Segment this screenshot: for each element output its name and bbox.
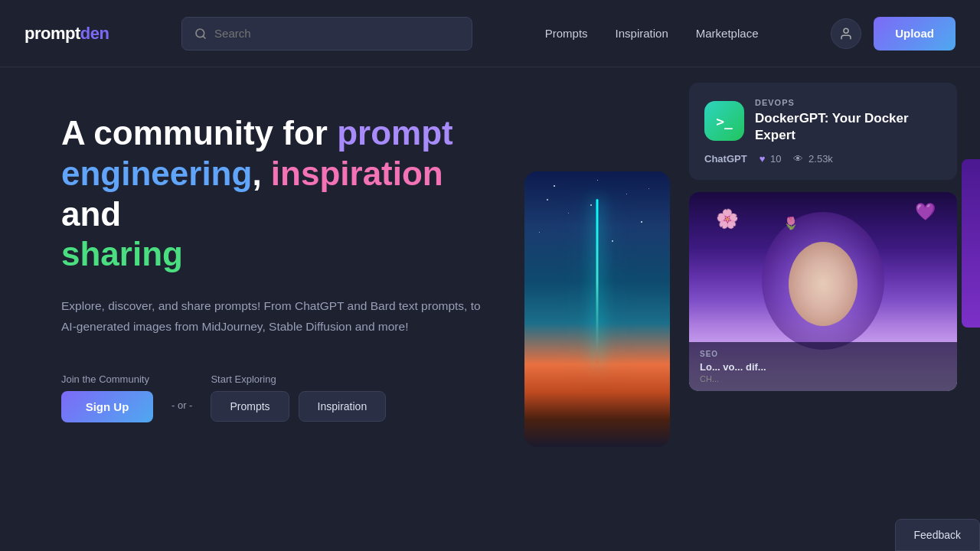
header-actions: Upload xyxy=(831,17,956,51)
cta-row: Join the Community Sign Up - or - Start … xyxy=(61,373,484,422)
card2-title: Lo... vo... dif... xyxy=(700,361,946,373)
card-likes: ♥ 10 xyxy=(760,153,782,165)
svg-line-1 xyxy=(203,36,205,38)
face-shape xyxy=(789,242,858,326)
search-input[interactable] xyxy=(214,27,459,40)
docker-gpt-card[interactable]: >_ DEVOPS DockerGPT: Your Docker Expert … xyxy=(689,83,957,180)
card-footer: ChatGPT ♥ 10 👁 2.53k xyxy=(704,153,942,165)
hero-title: A community for prompt engineering, insp… xyxy=(61,113,484,275)
inspiration-button[interactable]: Inspiration xyxy=(299,391,387,422)
portrait-bg: 🌸 💜 🌷 SEO Lo... vo... dif... CH... xyxy=(689,192,957,391)
main-nav: Prompts Inspiration Marketplace xyxy=(545,27,759,40)
space-image xyxy=(524,171,670,447)
svg-point-2 xyxy=(844,28,848,33)
card-tag: DEVOPS xyxy=(755,98,942,107)
portrait-card[interactable]: 🌸 💜 🌷 SEO Lo... vo... dif... CH... xyxy=(689,192,957,391)
card-header: >_ DEVOPS DockerGPT: Your Docker Expert xyxy=(704,98,942,144)
flower-right: 💜 xyxy=(915,202,936,222)
logo[interactable]: promptden xyxy=(24,24,109,44)
card-source: ChatGPT xyxy=(704,153,747,165)
center-image-container xyxy=(521,67,674,551)
start-exploring-label: Start Exploring xyxy=(211,373,386,385)
right-panel: >_ DEVOPS DockerGPT: Your Docker Expert … xyxy=(674,67,972,551)
hero-description: Explore, discover, and share prompts! Fr… xyxy=(61,296,484,337)
card2-source: CH... xyxy=(700,374,946,383)
explore-buttons: Prompts Inspiration xyxy=(211,391,386,422)
join-group: Join the Community Sign Up xyxy=(61,373,153,422)
user-icon-button[interactable] xyxy=(831,18,861,49)
flower-left: 🌸 xyxy=(716,208,739,230)
card-icon: >_ xyxy=(704,101,744,141)
eye-icon: 👁 xyxy=(793,153,803,165)
card-title: DockerGPT: Your Docker Expert xyxy=(755,110,942,144)
or-divider: - or - xyxy=(172,399,192,411)
nav-marketplace[interactable]: Marketplace xyxy=(696,27,759,40)
nav-inspiration[interactable]: Inspiration xyxy=(616,27,668,40)
user-icon xyxy=(839,27,853,41)
hero-section: A community for prompt engineering, insp… xyxy=(0,67,521,551)
card2-tag: SEO xyxy=(700,350,946,358)
heart-icon: ♥ xyxy=(760,153,766,165)
search-icon xyxy=(194,28,207,40)
feedback-button[interactable]: Feedback xyxy=(895,519,980,551)
partial-card-right xyxy=(962,159,980,328)
flower-top: 🌷 xyxy=(783,216,799,230)
search-bar[interactable] xyxy=(181,17,472,51)
join-label: Join the Community xyxy=(61,373,153,385)
card-bottom-overlay: SEO Lo... vo... dif... CH... xyxy=(689,342,957,391)
card-meta: DEVOPS DockerGPT: Your Docker Expert xyxy=(755,98,942,144)
upload-button[interactable]: Upload xyxy=(874,17,956,51)
nav-prompts[interactable]: Prompts xyxy=(545,27,588,40)
explore-group: Start Exploring Prompts Inspiration xyxy=(211,373,386,422)
card-views: 👁 2.53k xyxy=(793,153,832,165)
space-stars xyxy=(524,171,670,447)
sign-up-button[interactable]: Sign Up xyxy=(61,391,153,422)
prompts-button[interactable]: Prompts xyxy=(211,391,289,422)
